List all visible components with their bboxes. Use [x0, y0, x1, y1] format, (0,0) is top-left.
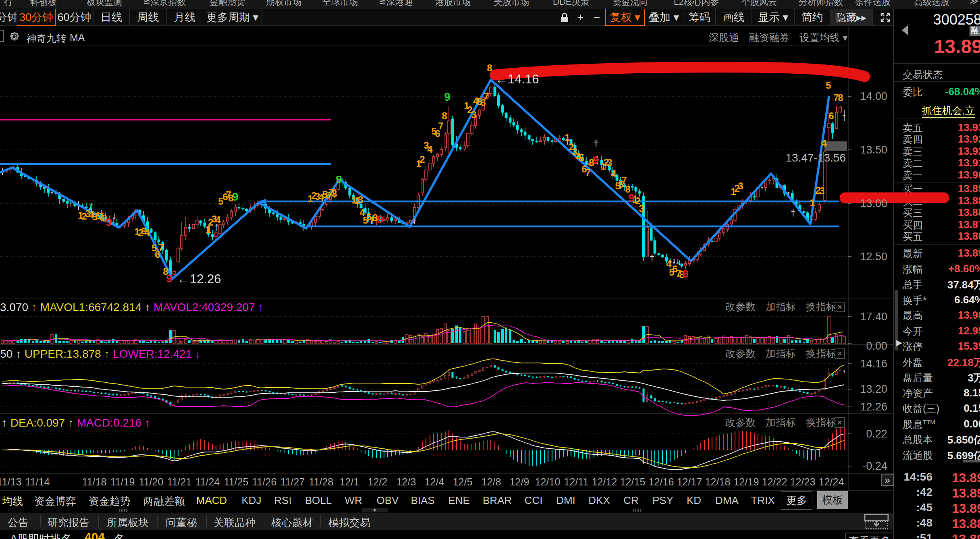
svg-text:999999: 999999 — [106, 154, 689, 285]
svg-text:999: 999 — [232, 91, 451, 203]
svg-text:←12.26: ←12.26 — [177, 272, 221, 286]
svg-text:改参数 加指标 换指标: 改参数 加指标 换指标 — [725, 417, 836, 428]
svg-text:14.00: 14.00 — [860, 90, 887, 102]
svg-text:↑ DEA:0.097 ↑ MACD:0.216 ↑: ↑ DEA:0.097 ↑ MACD:0.216 ↑ — [2, 417, 150, 429]
svg-text:12.50: 12.50 — [860, 251, 887, 263]
svg-text:13.00: 13.00 — [860, 197, 887, 209]
svg-text:13.47-13.56: 13.47-13.56 — [786, 151, 846, 164]
svg-text:»: » — [884, 475, 890, 485]
svg-text:11/1311/1411/1811/1911/2011/21: 11/1311/1411/1811/1911/2011/2111/2411/25… — [0, 476, 844, 487]
svg-text:†††††: ††††† — [89, 139, 795, 263]
svg-text:↓↓↓: ↓↓↓ — [412, 216, 681, 266]
svg-text:0.00: 0.00 — [866, 340, 887, 352]
svg-text:←14.16: ←14.16 — [495, 72, 539, 86]
svg-text:改参数 加指标 换指标: 改参数 加指标 换指标 — [725, 301, 836, 312]
svg-text:-0.24: -0.24 — [862, 460, 887, 472]
svg-text:改参数 加指标 换指标: 改参数 加指标 换指标 — [725, 348, 836, 359]
svg-text:12.26: 12.26 — [860, 401, 887, 413]
svg-text:123456781234567812345678123456: 1234567812345678123456781234567812345678… — [78, 62, 843, 280]
svg-text:13.50: 13.50 — [860, 144, 887, 156]
svg-text:50 ↑ UPPER:13.878 ↑ LOWER:12.4: 50 ↑ UPPER:13.878 ↑ LOWER:12.421 ↓ — [0, 348, 201, 360]
svg-text:14.16: 14.16 — [860, 358, 887, 370]
svg-text:×: × — [837, 302, 843, 312]
svg-text:↓: ↓ — [112, 210, 117, 221]
svg-text:×: × — [837, 417, 843, 427]
svg-text:3.070 ↑ MAVOL1:66742.814 ↑ MAV: 3.070 ↑ MAVOL1:66742.814 ↑ MAVOL2:40329.… — [0, 301, 264, 313]
svg-text:0.22: 0.22 — [866, 428, 887, 440]
svg-text:17.40: 17.40 — [860, 311, 887, 323]
svg-text:13.20: 13.20 — [860, 383, 887, 395]
svg-text:×: × — [837, 348, 843, 359]
